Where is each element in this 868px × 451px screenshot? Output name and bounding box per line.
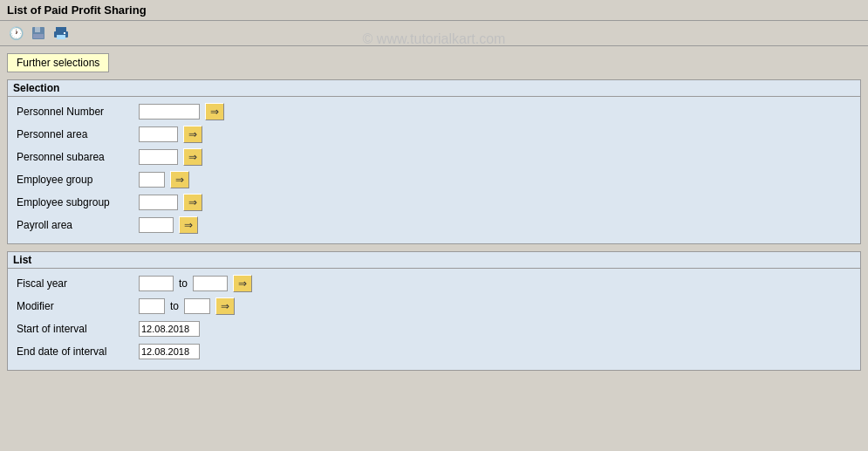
personnel-subarea-arrow[interactable] bbox=[183, 148, 202, 166]
clock-icon[interactable]: 🕐 bbox=[7, 24, 24, 42]
end-interval-label: End date of interval bbox=[17, 345, 139, 358]
start-interval-input[interactable] bbox=[139, 321, 200, 337]
fiscal-year-to-input[interactable] bbox=[193, 276, 228, 291]
personnel-number-arrow[interactable] bbox=[205, 103, 224, 120]
selection-section: Selection Personnel Number Personnel are… bbox=[7, 79, 861, 244]
print-icon[interactable] bbox=[52, 24, 70, 42]
modifier-from-input[interactable] bbox=[139, 298, 165, 314]
list-section: List Fiscal year to Modifier to Start of… bbox=[7, 251, 861, 371]
svg-rect-6 bbox=[64, 32, 65, 34]
fiscal-year-label: Fiscal year bbox=[17, 277, 139, 290]
svg-rect-5 bbox=[57, 35, 65, 39]
employee-subgroup-row: Employee subgroup bbox=[17, 193, 851, 212]
svg-rect-1 bbox=[35, 27, 40, 32]
end-interval-row: End date of interval bbox=[17, 342, 851, 361]
title-bar: List of Paid Profit Sharing bbox=[0, 0, 868, 21]
payroll-area-input[interactable] bbox=[139, 217, 174, 233]
payroll-area-row: Payroll area bbox=[17, 215, 851, 235]
svg-rect-3 bbox=[56, 27, 66, 31]
modifier-arrow[interactable] bbox=[215, 297, 235, 315]
start-interval-row: Start of interval bbox=[17, 319, 851, 338]
modifier-label: Modifier bbox=[17, 300, 139, 312]
end-interval-input[interactable] bbox=[139, 344, 200, 359]
payroll-area-arrow[interactable] bbox=[179, 216, 198, 234]
personnel-subarea-input[interactable] bbox=[139, 149, 178, 165]
personnel-area-label: Personnel area bbox=[17, 128, 139, 140]
fiscal-year-to-label: to bbox=[179, 277, 188, 290]
fiscal-year-from-input[interactable] bbox=[139, 276, 174, 291]
personnel-area-input[interactable] bbox=[139, 126, 178, 142]
personnel-area-arrow[interactable] bbox=[183, 126, 202, 143]
modifier-to-input[interactable] bbox=[184, 298, 210, 314]
personnel-number-input[interactable] bbox=[139, 104, 200, 120]
list-header: List bbox=[8, 252, 860, 269]
modifier-to-label: to bbox=[170, 300, 179, 312]
employee-subgroup-arrow[interactable] bbox=[183, 194, 202, 211]
toolbar: 🕐 © www.tutorialkart.com bbox=[0, 21, 868, 46]
employee-group-row: Employee group bbox=[17, 170, 851, 189]
main-content: Further selections Selection Personnel N… bbox=[0, 46, 868, 385]
fiscal-year-row: Fiscal year to bbox=[17, 274, 851, 293]
page-title: List of Paid Profit Sharing bbox=[7, 3, 147, 17]
payroll-area-label: Payroll area bbox=[17, 219, 139, 231]
selection-header: Selection bbox=[8, 80, 860, 97]
personnel-subarea-label: Personnel subarea bbox=[17, 151, 139, 163]
personnel-number-label: Personnel Number bbox=[17, 106, 139, 118]
employee-group-input[interactable] bbox=[139, 172, 165, 188]
personnel-number-row: Personnel Number bbox=[17, 102, 851, 121]
start-interval-label: Start of interval bbox=[17, 323, 139, 335]
employee-subgroup-label: Employee subgroup bbox=[17, 196, 139, 208]
fiscal-year-arrow[interactable] bbox=[233, 275, 252, 292]
personnel-subarea-row: Personnel subarea bbox=[17, 147, 851, 167]
selection-body: Personnel Number Personnel area Personne… bbox=[8, 97, 860, 243]
svg-rect-2 bbox=[33, 34, 44, 38]
list-body: Fiscal year to Modifier to Start of inte… bbox=[8, 269, 860, 370]
employee-subgroup-input[interactable] bbox=[139, 195, 178, 210]
employee-group-arrow[interactable] bbox=[170, 171, 189, 188]
personnel-area-row: Personnel area bbox=[17, 125, 851, 144]
further-selections-button[interactable]: Further selections bbox=[7, 53, 109, 72]
modifier-row: Modifier to bbox=[17, 297, 851, 316]
save-icon[interactable] bbox=[30, 24, 47, 42]
watermark: © www.tutorialkart.com bbox=[363, 31, 506, 47]
employee-group-label: Employee group bbox=[17, 174, 139, 186]
